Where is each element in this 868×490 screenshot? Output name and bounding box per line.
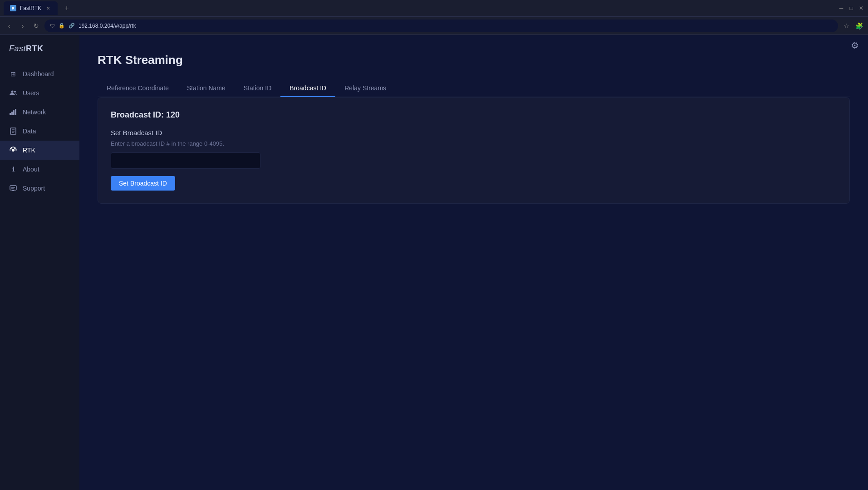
about-icon: ℹ	[9, 165, 17, 173]
sidebar-logo: FastRTK	[0, 35, 79, 64]
browser-toolbar: ‹ › ↻ 🛡 🔒 🔗 192.168.0.204/#/app/rtk ☆ 🧩	[0, 16, 868, 34]
sidebar-item-label-about: About	[23, 166, 39, 173]
svg-rect-5	[15, 109, 16, 115]
data-icon	[9, 127, 17, 135]
maximize-button[interactable]: □	[848, 5, 854, 11]
sidebar-item-network[interactable]: Network	[0, 103, 79, 122]
svg-point-1	[14, 91, 16, 93]
svg-point-0	[11, 91, 14, 93]
svg-rect-2	[10, 113, 11, 115]
sidebar-nav: ⊞ Dashboard Users	[0, 64, 79, 490]
form-section-title: Set Broadcast ID	[111, 129, 837, 137]
window-controls: ─ □ ✕	[838, 5, 864, 11]
refresh-button[interactable]: ↻	[31, 20, 42, 31]
support-icon	[9, 184, 17, 192]
tab-relay-streams[interactable]: Relay Streams	[335, 80, 395, 97]
sidebar-item-label-dashboard: Dashboard	[23, 70, 54, 78]
extensions-button[interactable]: 🧩	[853, 20, 864, 31]
svg-point-10	[12, 149, 15, 152]
set-broadcast-id-button[interactable]: Set Broadcast ID	[111, 176, 175, 191]
browser-chrome: R FastRTK ✕ + ─ □ ✕ ‹ › ↻ 🛡 🔒 🔗 192.168.…	[0, 0, 868, 35]
logo-fast: Fast	[9, 44, 26, 53]
sidebar-item-about[interactable]: ℹ About	[0, 160, 79, 179]
sidebar-item-label-network: Network	[23, 108, 46, 116]
url-text: 192.168.0.204/#/app/rtk	[78, 23, 833, 29]
address-bar[interactable]: 🛡 🔒 🔗 192.168.0.204/#/app/rtk	[44, 20, 838, 32]
page-title: RTK Streaming	[98, 53, 850, 67]
sidebar: FastRTK ⊞ Dashboard Users	[0, 35, 79, 490]
svg-rect-3	[11, 112, 13, 115]
tab-label: FastRTK	[20, 5, 41, 11]
bookmark-button[interactable]: ☆	[841, 20, 852, 31]
tab-station-name[interactable]: Station Name	[178, 80, 235, 97]
sidebar-item-support[interactable]: Support	[0, 179, 79, 198]
form-hint: Enter a broadcast ID # in the range 0-40…	[111, 140, 837, 147]
browser-tab[interactable]: R FastRTK ✕	[4, 1, 58, 15]
tab-favicon: R	[10, 5, 16, 11]
main-content: RTK Streaming Reference Coordinate Stati…	[79, 35, 868, 490]
network-icon	[9, 108, 17, 116]
link-icon: 🔗	[69, 23, 75, 29]
dashboard-icon: ⊞	[9, 70, 17, 78]
sidebar-item-label-support: Support	[23, 185, 45, 192]
app-container: FastRTK ⊞ Dashboard Users	[0, 35, 868, 490]
sidebar-item-label-users: Users	[23, 89, 39, 97]
settings-icon[interactable]: ⚙	[851, 40, 859, 51]
minimize-button[interactable]: ─	[838, 5, 844, 11]
sidebar-item-users[interactable]: Users	[0, 83, 79, 103]
sidebar-item-label-data: Data	[23, 127, 36, 135]
sidebar-item-data[interactable]: Data	[0, 122, 79, 141]
back-button[interactable]: ‹	[4, 20, 15, 31]
rtk-icon	[9, 146, 17, 154]
forward-button[interactable]: ›	[17, 20, 28, 31]
lock-icon: 🔒	[59, 23, 65, 29]
browser-titlebar: R FastRTK ✕ + ─ □ ✕	[0, 0, 868, 16]
toolbar-actions: ☆ 🧩	[841, 20, 864, 31]
sidebar-item-label-rtk: RTK	[23, 147, 35, 154]
tab-station-id[interactable]: Station ID	[235, 80, 280, 97]
svg-rect-11	[10, 186, 16, 190]
tabs: Reference Coordinate Station Name Statio…	[98, 80, 850, 97]
tab-close-button[interactable]: ✕	[45, 5, 51, 11]
broadcast-id-input[interactable]	[111, 152, 260, 169]
sidebar-item-rtk[interactable]: RTK	[0, 141, 79, 160]
tab-reference-coordinate[interactable]: Reference Coordinate	[98, 80, 178, 97]
sidebar-item-dashboard[interactable]: ⊞ Dashboard	[0, 64, 79, 83]
shield-icon: 🛡	[50, 23, 55, 29]
logo-rtk: RTK	[26, 44, 44, 53]
close-window-button[interactable]: ✕	[858, 5, 864, 11]
tab-broadcast-id[interactable]: Broadcast ID	[280, 80, 335, 97]
users-icon	[9, 89, 17, 97]
broadcast-id-card: Broadcast ID: 120 Set Broadcast ID Enter…	[98, 97, 850, 204]
new-tab-button[interactable]: +	[61, 3, 72, 14]
card-title: Broadcast ID: 120	[111, 110, 837, 120]
svg-rect-4	[13, 110, 15, 115]
